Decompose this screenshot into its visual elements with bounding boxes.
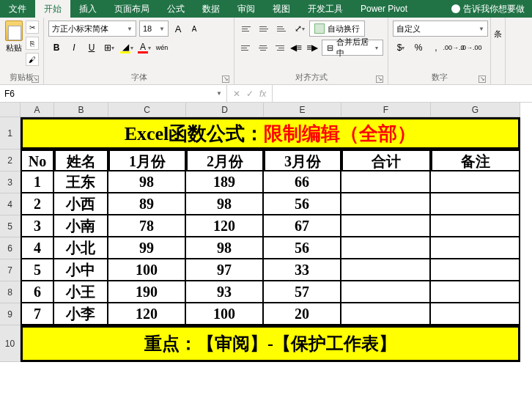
fx-icon[interactable]: fx [259, 89, 266, 99]
title-banner[interactable]: Excel函数公式：限制编辑（全部） [21, 117, 520, 150]
table-cell[interactable]: 5 [21, 259, 54, 281]
col-header-D[interactable]: D [186, 103, 264, 117]
tab-home[interactable]: 开始 [35, 0, 70, 18]
row-header-2[interactable]: 2 [0, 150, 21, 171]
table-cell[interactable] [341, 193, 431, 215]
table-cell[interactable]: 97 [186, 259, 264, 281]
tell-me-box[interactable]: 告诉我你想要做 [444, 3, 532, 15]
table-cell[interactable]: 33 [264, 259, 341, 281]
table-cell[interactable] [341, 303, 431, 325]
table-cell[interactable]: 1 [21, 171, 54, 193]
increase-indent-button[interactable]: ≡▶ [305, 40, 320, 56]
table-cell[interactable]: 小中 [54, 259, 108, 281]
font-size-select[interactable]: 18▼ [139, 21, 169, 37]
table-cell[interactable]: 78 [108, 215, 186, 237]
row-header-4[interactable]: 4 [0, 193, 21, 215]
table-cell[interactable] [341, 237, 431, 259]
table-cell[interactable]: 93 [186, 281, 264, 303]
table-cell[interactable]: 6 [21, 281, 54, 303]
col-header-F[interactable]: F [341, 103, 431, 117]
tab-developer[interactable]: 开发工具 [299, 0, 352, 18]
comma-button[interactable]: , [428, 40, 444, 56]
border-button[interactable]: ⊞▾ [101, 40, 117, 56]
table-cell[interactable] [431, 259, 520, 281]
row-header-6[interactable]: 6 [0, 237, 21, 259]
font-name-select[interactable]: 方正小标宋简体▼ [48, 21, 136, 37]
table-header-cell[interactable]: No [21, 150, 54, 171]
table-cell[interactable] [341, 259, 431, 281]
bold-button[interactable]: B [48, 40, 64, 56]
table-cell[interactable] [431, 193, 520, 215]
table-cell[interactable]: 66 [264, 171, 341, 193]
merge-center-button[interactable]: ⊟ 合并后居中 ▾ [322, 40, 383, 56]
table-cell[interactable]: 小南 [54, 215, 108, 237]
table-header-cell[interactable]: 3月份 [264, 150, 341, 171]
phonetic-button[interactable]: wén [154, 40, 170, 56]
table-cell[interactable]: 190 [108, 281, 186, 303]
table-cell[interactable]: 王东 [54, 171, 108, 193]
table-cell[interactable] [431, 281, 520, 303]
table-cell[interactable]: 20 [264, 303, 341, 325]
align-left-button[interactable] [239, 40, 254, 56]
table-cell[interactable]: 98 [186, 193, 264, 215]
fill-color-button[interactable]: ◢▾ [119, 40, 135, 56]
table-cell[interactable] [431, 215, 520, 237]
col-header-C[interactable]: C [108, 103, 186, 117]
clipboard-launcher[interactable]: ↘ [32, 75, 39, 83]
footer-banner[interactable]: 重点：【审阅】-【保护工作表】 [21, 325, 520, 362]
tab-review[interactable]: 审阅 [229, 0, 264, 18]
table-cell[interactable]: 89 [108, 193, 186, 215]
tab-data[interactable]: 数据 [193, 0, 229, 18]
table-cell[interactable]: 67 [264, 215, 341, 237]
underline-button[interactable]: U [84, 40, 100, 56]
number-format-select[interactable]: 自定义▼ [393, 21, 488, 37]
col-header-B[interactable]: B [54, 103, 108, 117]
accounting-format-button[interactable]: $▾ [393, 40, 409, 56]
table-cell[interactable] [341, 281, 431, 303]
table-cell[interactable] [341, 171, 431, 193]
align-top-button[interactable] [239, 21, 255, 37]
table-cell[interactable] [431, 237, 520, 259]
row-header-10[interactable]: 10 [0, 325, 21, 362]
table-cell[interactable]: 4 [21, 237, 54, 259]
table-cell[interactable]: 小西 [54, 193, 108, 215]
conditional-format-button[interactable]: 条 [495, 21, 500, 26]
enter-formula-icon[interactable]: ✓ [246, 89, 254, 99]
align-center-button[interactable] [256, 40, 271, 56]
col-header-E[interactable]: E [264, 103, 341, 117]
orientation-button[interactable]: ⤢▾ [292, 21, 308, 37]
table-cell[interactable]: 120 [108, 303, 186, 325]
format-painter-button[interactable]: 🖌 [26, 53, 39, 66]
cut-button[interactable]: ✂ [26, 21, 39, 34]
paste-button[interactable]: 粘贴 [4, 21, 23, 70]
tab-powerpivot[interactable]: Power Pivot [352, 0, 416, 18]
table-cell[interactable] [341, 215, 431, 237]
table-header-cell[interactable]: 1月份 [108, 150, 186, 171]
table-cell[interactable]: 99 [108, 237, 186, 259]
increase-decimal-button[interactable]: .00→.0 [446, 40, 462, 56]
italic-button[interactable]: I [66, 40, 82, 56]
table-cell[interactable] [431, 303, 520, 325]
table-header-cell[interactable]: 2月份 [186, 150, 264, 171]
table-cell[interactable]: 100 [186, 303, 264, 325]
table-cell[interactable]: 100 [108, 259, 186, 281]
align-launcher[interactable]: ↘ [376, 75, 383, 83]
tab-view[interactable]: 视图 [264, 0, 299, 18]
table-cell[interactable]: 98 [108, 171, 186, 193]
table-cell[interactable]: 189 [186, 171, 264, 193]
table-cell[interactable]: 小李 [54, 303, 108, 325]
tab-formulas[interactable]: 公式 [158, 0, 193, 18]
decrease-decimal-button[interactable]: .0→.00 [463, 40, 479, 56]
table-cell[interactable]: 小北 [54, 237, 108, 259]
col-header-A[interactable]: A [21, 103, 54, 117]
percent-button[interactable]: % [410, 40, 426, 56]
row-header-7[interactable]: 7 [0, 259, 21, 281]
table-cell[interactable]: 小王 [54, 281, 108, 303]
table-cell[interactable]: 57 [264, 281, 341, 303]
tab-insert[interactable]: 插入 [70, 0, 106, 18]
table-cell[interactable]: 56 [264, 193, 341, 215]
shrink-font-button[interactable]: A [188, 21, 201, 36]
cancel-formula-icon[interactable]: ✕ [233, 89, 240, 99]
decrease-indent-button[interactable]: ◀≡ [289, 40, 304, 56]
table-cell[interactable]: 120 [186, 215, 264, 237]
